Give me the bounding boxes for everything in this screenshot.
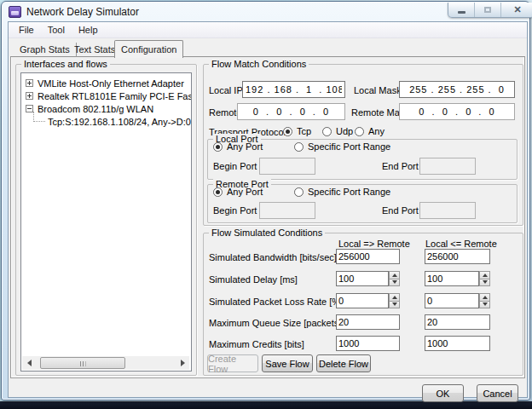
spin-up-button[interactable]: [389, 293, 400, 302]
flow-match-groupbox: Flow Match Conditions Local IP Local Mas…: [203, 64, 523, 226]
minimize-button[interactable]: [448, 3, 475, 17]
remote-ip-field[interactable]: [237, 103, 345, 120]
remote-begin-port-label: Begin Port: [213, 205, 257, 216]
radio-udp[interactable]: Udp: [322, 126, 353, 136]
delay-local-remote-field[interactable]: [336, 271, 389, 286]
menu-bar: File Tool Help: [9, 22, 527, 38]
radio-circle-icon: [355, 127, 364, 136]
cancel-button[interactable]: Cancel: [477, 384, 518, 402]
spin-down-button[interactable]: [479, 302, 490, 309]
spin-up-button[interactable]: [389, 271, 400, 279]
loss-local-remote-field[interactable]: [336, 293, 389, 308]
tree-item-tcp-flow[interactable]: Tcp:S:192.168.1.108/24, Any->D:0.0: [21, 115, 192, 128]
queue-remote-local-field[interactable]: [425, 314, 490, 330]
local-ip-label: Local IP: [209, 85, 243, 95]
maximize-icon: [484, 7, 491, 13]
delay-remote-local-field[interactable]: [425, 271, 479, 286]
tree-item-label: Realtek RTL8101E Family PCI-E Fast Eth: [38, 91, 192, 101]
menu-file[interactable]: File: [12, 23, 41, 37]
tab-configuration[interactable]: Configuration: [114, 40, 183, 58]
create-flow-button[interactable]: Create Flow: [207, 354, 258, 372]
local-mask-field[interactable]: [399, 81, 515, 98]
queue-local-remote-field[interactable]: [336, 314, 400, 330]
flow-sim-groupbox: Flow Simulated Conditions Local => Remot…: [203, 233, 523, 376]
remote-end-port-field[interactable]: [419, 202, 476, 219]
tree-item-vmlite[interactable]: VMLite Host-Only Ethernet Adapter: [21, 77, 192, 89]
radio-tcp[interactable]: Tcp: [283, 126, 311, 136]
loss-local-remote-spinner: [389, 293, 400, 308]
tree-item-broadcom[interactable]: Broadcom 802.11b/g WLAN: [21, 102, 192, 115]
close-button[interactable]: ✕: [501, 3, 532, 17]
radio-circle-icon: [283, 127, 292, 136]
sim-bandwidth-label: Simulated Bandwidth [bits/sec]: [209, 252, 337, 262]
spin-down-button[interactable]: [389, 279, 400, 287]
local-port-specific-radio[interactable]: Specific Port Range: [294, 141, 390, 152]
remote-port-any-radio[interactable]: Any Port: [213, 187, 263, 197]
local-mask-label: Local Mask: [354, 85, 402, 95]
any-port-label: Any Port: [227, 187, 263, 197]
minimize-icon: [458, 11, 466, 14]
local-port-any-radio[interactable]: Any Port: [213, 141, 263, 152]
taskbar-edge: [0, 401, 532, 409]
remote-begin-port-field[interactable]: [259, 202, 315, 219]
ok-button[interactable]: OK: [422, 384, 464, 402]
remote-mask-field[interactable]: [399, 103, 515, 120]
sim-loss-label: Simulated Packet Loss Rate [%]: [209, 297, 343, 307]
scrollbar-thumb[interactable]: [40, 357, 125, 369]
caption-button-group: ✕: [448, 3, 532, 18]
credits-remote-local-field[interactable]: [425, 336, 490, 351]
radio-tcp-label: Tcp: [297, 126, 311, 136]
remote-port-specific-radio[interactable]: Specific Port Range: [294, 187, 390, 197]
credits-local-remote-field[interactable]: [336, 336, 400, 351]
client-area: File Tool Help Graph Stats Text Stats Co…: [8, 21, 528, 398]
delay-remote-local-spinner: [479, 271, 490, 286]
radio-any-protocol[interactable]: Any: [355, 126, 385, 136]
expand-plus-icon[interactable]: [26, 92, 33, 100]
spin-up-button[interactable]: [479, 293, 490, 302]
app-window: Network Delay Simulator ✕ File Tool Help…: [1, 1, 530, 400]
radio-circle-icon: [294, 187, 304, 197]
delay-local-remote-spinner: [389, 271, 400, 286]
radio-circle-icon: [294, 142, 304, 152]
spin-down-button[interactable]: [479, 279, 490, 287]
loss-remote-local-field[interactable]: [425, 293, 479, 308]
bandwidth-local-remote-field[interactable]: [336, 249, 400, 264]
maximize-button[interactable]: [475, 3, 501, 17]
scrollbar-track[interactable]: [36, 356, 176, 370]
interfaces-tree[interactable]: VMLite Host-Only Ethernet Adapter Realte…: [20, 72, 192, 372]
sim-queue-label: Maximum Queue Size [packets]: [209, 318, 341, 328]
expand-plus-icon[interactable]: [26, 79, 33, 87]
radio-circle-icon: [213, 142, 223, 152]
local-begin-port-label: Begin Port: [213, 161, 257, 171]
save-flow-button[interactable]: Save Flow: [262, 354, 313, 372]
tree-item-label: VMLite Host-Only Ethernet Adapter: [38, 78, 184, 89]
tree-item-realtek[interactable]: Realtek RTL8101E Family PCI-E Fast Eth: [21, 89, 192, 102]
title-bar[interactable]: Network Delay Simulator ✕: [2, 2, 529, 21]
spin-up-button[interactable]: [479, 271, 490, 279]
delete-flow-button[interactable]: Delete Flow: [316, 354, 371, 372]
bandwidth-remote-local-field[interactable]: [425, 249, 490, 264]
flow-sim-title: Flow Simulated Conditions: [209, 228, 325, 238]
scroll-right-arrow-icon[interactable]: [176, 356, 189, 370]
tree-item-label: Tcp:S:192.168.1.108/24, Any->D:0.0: [48, 117, 192, 127]
radio-udp-label: Udp: [336, 126, 353, 136]
menu-help[interactable]: Help: [72, 23, 105, 37]
window-title: Network Delay Simulator: [26, 6, 139, 18]
horizontal-scrollbar[interactable]: [22, 356, 189, 370]
specific-port-range-label: Specific Port Range: [308, 141, 390, 152]
radio-any-label: Any: [368, 126, 385, 136]
interfaces-group-title: Interfaces and flows: [21, 59, 110, 69]
local-end-port-label: End Port: [382, 161, 419, 171]
flow-match-title: Flow Match Conditions: [209, 59, 309, 69]
remote-end-port-label: End Port: [382, 205, 419, 216]
collapse-minus-icon[interactable]: [26, 105, 33, 112]
tab-graph-stats[interactable]: Graph Stats: [14, 43, 77, 57]
menu-tool[interactable]: Tool: [41, 23, 72, 37]
local-ip-field[interactable]: [242, 81, 345, 98]
local-begin-port-field[interactable]: [259, 158, 315, 175]
scroll-left-arrow-icon[interactable]: [22, 356, 36, 370]
spin-down-button[interactable]: [389, 302, 400, 309]
sim-delay-label: Simulated Delay [ms]: [209, 274, 298, 285]
local-end-port-field[interactable]: [419, 158, 476, 175]
screen: Network Delay Simulator ✕ File Tool Help…: [0, 0, 532, 409]
